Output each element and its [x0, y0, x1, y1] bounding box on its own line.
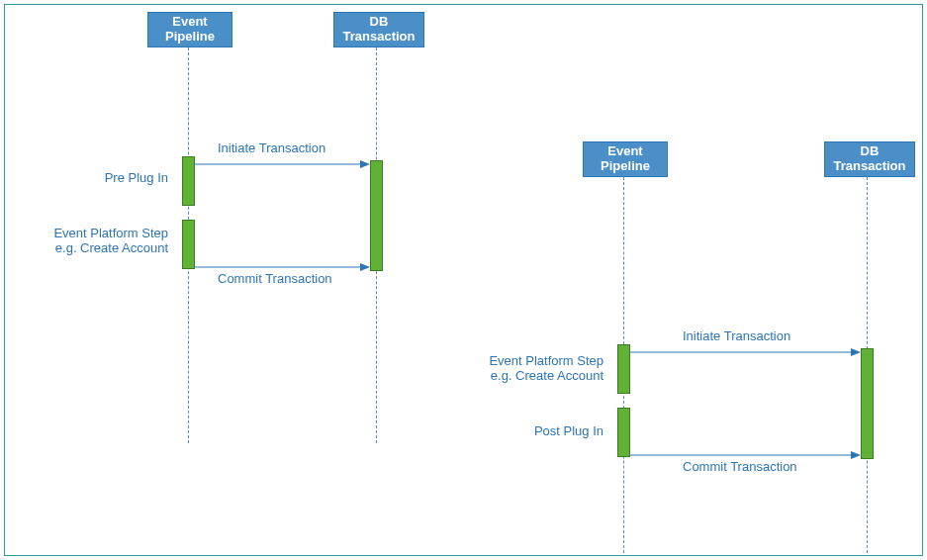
- left-pipeline-header: EventPipeline: [147, 12, 232, 47]
- left-label-step-line1: Event Platform Step: [53, 226, 168, 240]
- right-label-step-line1: Event Platform Step: [489, 353, 603, 368]
- left-msg-initiate: Initiate Transaction: [218, 140, 325, 155]
- left-arrow-initiate: [194, 160, 370, 170]
- left-activation-db: [370, 160, 383, 271]
- right-arrow-commit: [629, 451, 861, 461]
- svg-marker-3: [360, 263, 370, 271]
- left-label-step-line2: e.g. Create Account: [55, 240, 168, 255]
- right-label-post: Post Plug In: [455, 423, 603, 438]
- right-pipeline-header: EventPipeline: [583, 141, 668, 177]
- right-msg-commit: Commit Transaction: [683, 459, 797, 474]
- right-label-step-line2: e.g. Create Account: [491, 368, 603, 383]
- left-activation-step: [182, 220, 195, 269]
- left-label-step: Event Platform Step e.g. Create Account: [20, 226, 168, 255]
- left-db-header: DBTransaction: [333, 12, 424, 47]
- right-activation-post: [617, 408, 630, 457]
- svg-marker-5: [851, 348, 861, 356]
- left-arrow-commit: [194, 263, 370, 273]
- right-label-step: Event Platform Step e.g. Create Account: [455, 353, 603, 383]
- svg-marker-1: [360, 160, 370, 168]
- svg-marker-7: [851, 451, 861, 459]
- right-activation-db: [861, 348, 874, 459]
- right-arrow-initiate: [629, 348, 861, 358]
- right-msg-initiate: Initiate Transaction: [683, 328, 790, 343]
- left-label-pre: Pre Plug In: [20, 170, 168, 185]
- right-db-header: DBTransaction: [824, 141, 915, 177]
- left-msg-commit: Commit Transaction: [218, 271, 332, 286]
